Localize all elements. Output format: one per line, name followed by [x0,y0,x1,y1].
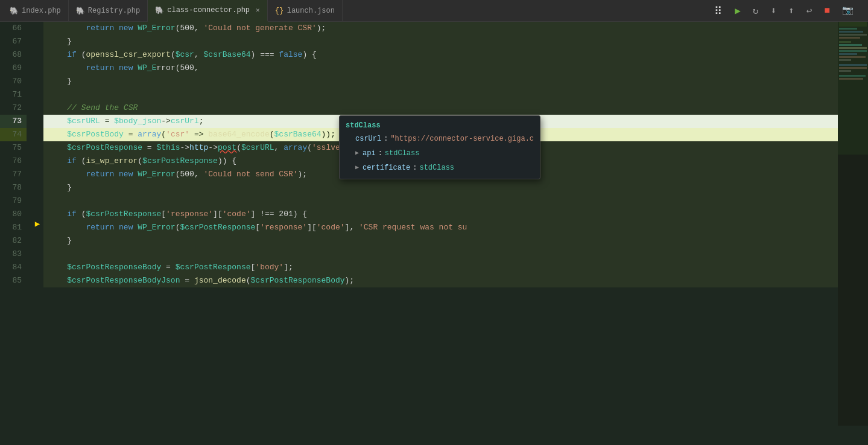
dots-menu-button[interactable]: ⠿ [712,3,725,19]
line-num-72: 72 [0,101,27,115]
tab-launch-json[interactable]: {} launch.json [268,0,343,22]
line-numbers: 66 67 68 69 70 71 72 73 74 75 76 77 78 7… [0,22,31,426]
line-num-78: 78 [0,181,27,194]
debug-tooltip-popup: stdClass csrUrl : "https://connector-ser… [339,115,540,179]
debug-arrow-column: ▶ [31,22,43,426]
line-num-68: 68 [0,48,27,62]
expand-icon[interactable]: ▶ [355,147,359,159]
step-over-button[interactable]: ⬇ [768,4,779,18]
code-content-area[interactable]: return new WP_Error(500, 'Could not gene… [43,22,838,426]
tooltip-csr-url-val: "https://connector-service.giga.c [390,133,534,145]
code-line-68: if (openssl_csr_export($csr, $csrBase64)… [43,48,838,62]
stop-button[interactable]: ■ [822,4,832,18]
minimap[interactable] [838,22,868,426]
tooltip-api-row[interactable]: ▶ api : stdClass [340,146,540,161]
tab-label: launch.json [287,7,335,15]
tooltip-csr-url-row: csrUrl : "https://connector-service.giga… [340,132,540,146]
line-num-84: 84 [0,261,27,274]
tooltip-cert-key: certificate [363,162,410,174]
code-line-79 [43,194,838,208]
code-line-70: } [43,75,838,88]
tab-class-connector-php[interactable]: 🐘 class-connector.php ✕ [148,0,267,22]
tooltip-api-val: stdClass [385,147,420,159]
line-num-73: 73 [0,115,27,128]
line-num-79: 79 [0,194,27,208]
json-icon: {} [275,7,284,15]
line-num-77: 77 [0,168,27,181]
line-num-83: 83 [0,248,27,261]
line-num-70: 70 [0,75,27,88]
code-line-67: } [43,35,838,48]
expand-icon-2[interactable]: ▶ [355,162,359,174]
tooltip-cert-val: stdClass [419,162,454,174]
tab-label: index.php [22,7,61,15]
line-num-76: 76 [0,155,27,168]
code-line-84: $csrPostResponseBody = $csrPostResponse[… [43,261,838,274]
tooltip-api-key: api [363,147,376,159]
line-num-71: 71 [0,88,27,101]
php-icon-3: 🐘 [155,6,163,14]
tab-close-button[interactable]: ✕ [256,6,260,14]
reload-button[interactable]: ↻ [750,4,761,18]
code-line-81: return new WP_Error($csrPostResponse['re… [43,221,838,234]
tooltip-csr-url-key: csrUrl [355,133,381,145]
debug-arrow-icon: ▶ [35,219,40,229]
code-line-78: } [43,181,838,194]
tooltip-certificate-row[interactable]: ▶ certificate : stdClass [340,161,540,175]
code-line-71 [43,88,838,101]
line-num-85: 85 [0,274,27,287]
tab-registry-php[interactable]: 🐘 Registry.php [69,0,148,22]
code-editor: 66 67 68 69 70 71 72 73 74 75 76 77 78 7… [0,22,868,426]
line-num-81: 81 [0,221,27,234]
svg-rect-18 [838,22,868,155]
line-num-67: 67 [0,35,27,48]
code-line-66: return new WP_Error(500, 'Could not gene… [43,22,838,35]
php-icon-2: 🐘 [76,7,84,15]
step-into-button[interactable]: ⬆ [786,4,797,18]
restart-button[interactable]: ↩ [804,4,815,18]
tab-label: class-connector.php [167,6,250,14]
minimap-svg [838,22,868,426]
code-line-80: if ($csrPostResponse['response']['code']… [43,208,838,221]
tooltip-class-name: stdClass [340,120,540,132]
camera-button[interactable]: 📷 [840,4,856,18]
tab-label: Registry.php [88,7,140,15]
line-num-80: 80 [0,208,27,221]
line-num-82: 82 [0,234,27,248]
php-icon: 🐘 [10,7,18,15]
code-line-72: // Send the CSR [43,101,838,115]
code-line-82: } [43,234,838,248]
line-num-69: 69 [0,62,27,75]
play-button[interactable]: ▶ [732,4,743,18]
code-line-85: $csrPostResponseBodyJson = json_decode($… [43,274,838,287]
tab-index-php[interactable]: 🐘 index.php [2,0,69,22]
code-line-69: return new WP_Error(500, [43,62,838,75]
code-line-83 [43,248,838,261]
line-num-75: 75 [0,141,27,155]
line-num-66: 66 [0,22,27,35]
line-num-74: 74 [0,128,27,141]
tab-bar: 🐘 index.php 🐘 Registry.php 🐘 class-conne… [0,0,868,22]
